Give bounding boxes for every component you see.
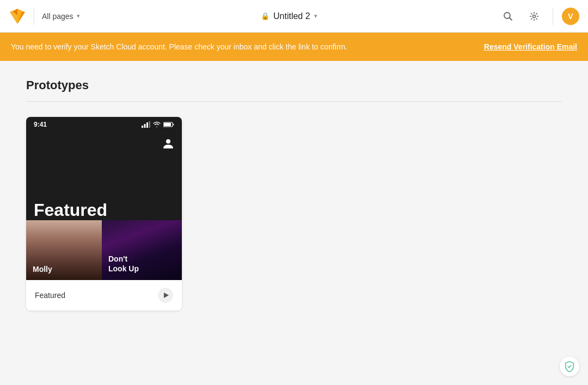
section-divider [26, 101, 562, 102]
title-chevron-icon: ▾ [314, 13, 317, 20]
shield-badge[interactable] [560, 357, 579, 376]
svg-line-10 [510, 17, 512, 20]
document-title: Untitled 2 [273, 11, 310, 21]
svg-rect-13 [144, 124, 146, 128]
image-card-molly: Molly [26, 220, 102, 280]
prototype-footer: Featured [26, 280, 182, 311]
document-title-area[interactable]: 🔒 Untitled 2 ▾ [261, 11, 317, 21]
status-icons [142, 121, 174, 128]
navbar-center: 🔒 Untitled 2 ▾ [80, 11, 498, 21]
svg-rect-15 [149, 121, 151, 128]
verification-banner: You need to verify your Sketch Cloud acc… [0, 33, 588, 61]
all-pages-label: All pages [42, 12, 74, 21]
avatar-label: V [568, 12, 573, 21]
resend-verification-button[interactable]: Resend Verification Email [484, 42, 577, 51]
sketch-logo [9, 8, 26, 25]
all-pages-dropdown[interactable]: All pages ▾ [42, 12, 80, 21]
navbar: All pages ▾ 🔒 Untitled 2 ▾ V [0, 0, 588, 33]
play-button[interactable] [158, 288, 173, 303]
svg-rect-12 [142, 126, 143, 128]
svg-point-18 [166, 139, 170, 144]
status-time: 9:41 [34, 121, 47, 128]
phone-user-icon [162, 138, 174, 153]
section-title: Prototypes [26, 78, 562, 92]
navbar-divider-left [34, 8, 34, 25]
search-icon [503, 11, 513, 21]
shield-icon [564, 361, 575, 372]
featured-label: Featured [34, 200, 107, 220]
phone-status-bar: 9:41 [26, 117, 182, 132]
settings-button[interactable] [524, 7, 544, 26]
signal-bars-icon [142, 121, 150, 128]
navbar-divider-right [553, 8, 553, 25]
navbar-right: V [498, 7, 579, 26]
lock-icon: 🔒 [261, 12, 270, 20]
svg-point-11 [533, 15, 536, 17]
play-icon [164, 293, 169, 298]
prototype-preview: 9:41 [26, 117, 182, 280]
prototype-name: Featured [35, 291, 65, 300]
verification-message: You need to verify your Sketch Cloud acc… [11, 41, 473, 53]
gear-icon [529, 11, 539, 21]
main-content: Prototypes 9:41 [0, 61, 588, 385]
search-button[interactable] [498, 7, 518, 26]
avatar[interactable]: V [562, 8, 579, 25]
molly-label: Molly [33, 265, 52, 274]
svg-rect-14 [146, 122, 148, 128]
battery-icon [163, 121, 174, 128]
prototype-card[interactable]: 9:41 [26, 117, 182, 311]
dont-look-up-label: Don't Look Up [108, 254, 139, 274]
svg-rect-17 [164, 123, 171, 126]
image-strip: Molly Don't Look Up [26, 220, 182, 280]
wifi-icon [153, 121, 161, 128]
image-card-dont-look-up: Don't Look Up [102, 220, 182, 280]
